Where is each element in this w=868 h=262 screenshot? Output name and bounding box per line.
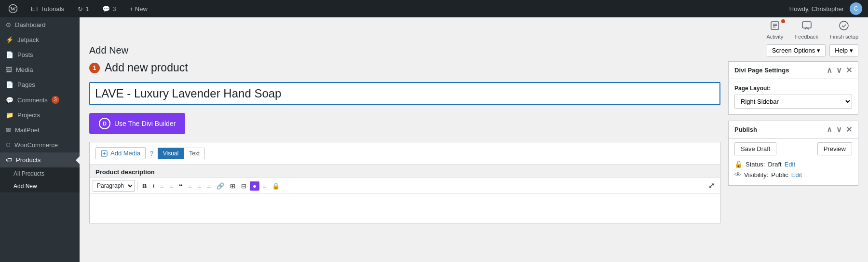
paragraph-select[interactable]: Paragraph (93, 180, 135, 192)
add-new-label: Add New (14, 183, 37, 190)
activity-icon (770, 20, 780, 33)
finish-setup-icon-item[interactable]: Finish setup (830, 20, 858, 40)
page-content: 1 Add new product D Use The Divi Builder (80, 56, 868, 262)
visibility-label: Visibility: (744, 171, 768, 179)
status-edit-link[interactable]: Edit (785, 161, 795, 168)
add-media-button[interactable]: Add Media (95, 147, 146, 159)
sidebar-item-mailpoet[interactable]: ✉ MailPoet (0, 123, 80, 138)
status-label: Status: (746, 161, 765, 168)
products-icon: 🏷 (6, 156, 12, 164)
page-layout-select[interactable]: Right Sidebar (734, 95, 852, 109)
blockquote-button[interactable]: ❝ (176, 181, 185, 191)
sidebar-item-all-products[interactable]: All Products (0, 167, 80, 180)
sidebar-item-label: Projects (17, 111, 40, 119)
publish-panel: Publish ∧ ∨ ✕ Save Draft (728, 121, 858, 186)
sidebar-item-label: Dashboard (15, 21, 46, 28)
sidebar-item-dashboard[interactable]: ⊙ Dashboard (0, 17, 80, 32)
sidebar-item-posts[interactable]: 📄 Posts (0, 47, 80, 62)
editor-body[interactable] (90, 194, 720, 223)
updates-item[interactable]: ↻ 1 (75, 0, 92, 17)
link-button[interactable]: 🔗 (214, 181, 227, 191)
remove-button[interactable]: ⊟ (239, 181, 249, 191)
lock-button[interactable]: 🔒 (270, 181, 282, 191)
ordered-list-button[interactable]: ≡ (167, 181, 176, 191)
sidebar-item-jetpack[interactable]: ⚡ Jetpack (0, 32, 80, 47)
divi-settings-icons: ∧ ∨ ✕ (827, 66, 852, 75)
bold-button[interactable]: B (140, 181, 149, 191)
right-panel: Divi Page Settings ∧ ∨ ✕ Page Layout: Ri… (728, 61, 858, 257)
chevron-up-icon[interactable]: ∧ (827, 66, 832, 75)
activity-notification-dot (781, 19, 785, 23)
status-value: Draft (768, 161, 781, 168)
sidebar-item-label: Posts (17, 51, 33, 58)
media-icon: 🖼 (6, 66, 12, 73)
publish-chevron-down-icon[interactable]: ∨ (836, 125, 842, 134)
site-name[interactable]: ET Tutorials (28, 0, 67, 17)
feedback-label: Feedback (795, 34, 818, 40)
unordered-list-button[interactable]: ≡ (158, 181, 166, 191)
page-title: 1 Add new product (89, 61, 720, 74)
toolbar-extra-1[interactable]: ≡ (260, 181, 269, 191)
divi-toolbar-button[interactable]: ● (250, 181, 259, 191)
divi-settings-body: Page Layout: Right Sidebar (729, 79, 858, 114)
publish-close-icon[interactable]: ✕ (846, 125, 852, 134)
divi-builder-button[interactable]: D Use The Divi Builder (89, 113, 185, 134)
align-right-button[interactable]: ≡ (204, 181, 213, 191)
activity-icon-item[interactable]: Activity (767, 20, 784, 40)
divi-settings-panel: Divi Page Settings ∧ ∨ ✕ Page Layout: Ri… (728, 61, 858, 115)
feedback-icon-item[interactable]: Feedback (795, 20, 818, 40)
comments-badge: 3 (52, 96, 59, 104)
sidebar-item-label: Pages (17, 81, 35, 88)
dashboard-icon: ⊙ (6, 21, 11, 28)
help-button[interactable]: Help ▾ (829, 44, 858, 56)
publish-chevron-up-icon[interactable]: ∧ (827, 125, 832, 134)
step-badge: 1 (89, 63, 100, 73)
divi-icon: D (99, 118, 110, 129)
product-description-heading: Product description (90, 165, 720, 178)
insert-table-button[interactable]: ⊞ (228, 181, 238, 191)
sidebar-item-add-new[interactable]: Add New (0, 180, 80, 193)
sidebar-item-comments[interactable]: 💬 Comments 3 (0, 92, 80, 108)
wp-logo[interactable]: W (6, 0, 20, 17)
add-media-icon (101, 150, 108, 157)
text-tab[interactable]: Text (184, 148, 205, 159)
add-new-page-label: Add New (89, 45, 128, 56)
finish-setup-icon (839, 20, 849, 33)
sidebar-item-media[interactable]: 🖼 Media (0, 62, 80, 77)
sidebar-item-label: Media (16, 66, 33, 73)
visual-tab[interactable]: Visual (158, 148, 184, 159)
close-icon[interactable]: ✕ (846, 66, 852, 75)
main-editor: 1 Add new product D Use The Divi Builder (89, 61, 720, 257)
sidebar-item-woocommerce[interactable]: ⬡ WooCommerce (0, 138, 80, 152)
svg-point-7 (840, 21, 848, 30)
chevron-down-icon[interactable]: ∨ (836, 66, 842, 75)
italic-button[interactable]: I (150, 181, 157, 191)
sidebar-arrow (76, 156, 80, 164)
jetpack-icon: ⚡ (6, 36, 14, 43)
comments-item[interactable]: 💬 3 (99, 0, 119, 17)
page-layout-label: Page Layout: (734, 85, 852, 92)
align-center-button[interactable]: ≡ (195, 181, 204, 191)
new-content-label: + New (130, 5, 148, 13)
sidebar-item-projects[interactable]: 📁 Projects (0, 108, 80, 123)
visibility-value: Public (771, 171, 788, 179)
editor-panel-header: Add Media ? Product description Visual T… (90, 142, 720, 165)
sidebar-item-products[interactable]: 🏷 Products (0, 152, 80, 167)
product-title-input[interactable] (89, 82, 720, 105)
fullscreen-button[interactable]: ⤢ (706, 180, 717, 191)
screen-options-button[interactable]: Screen Options ▾ (767, 44, 826, 56)
sidebar-item-pages[interactable]: 📄 Pages (0, 77, 80, 92)
adminbar-right: Howdy, Christopher C (789, 2, 862, 15)
align-left-button[interactable]: ≡ (186, 181, 194, 191)
save-draft-button[interactable]: Save Draft (734, 142, 776, 155)
editor-help-icon[interactable]: ? (149, 150, 154, 157)
visibility-icon: 👁 (734, 171, 741, 179)
sidebar-item-label: Products (16, 156, 41, 164)
new-content-item[interactable]: + New (127, 0, 150, 17)
editor-toolbar: Paragraph B I ≡ ≡ ❝ ≡ ≡ ≡ 🔗 ⊞ ⊟ (90, 178, 720, 194)
preview-button[interactable]: Preview (817, 142, 852, 155)
page-title-text: Add new product (105, 61, 188, 74)
screen-options-label: Screen Options (772, 47, 815, 54)
visibility-edit-link[interactable]: Edit (791, 171, 802, 179)
avatar: C (850, 2, 862, 15)
